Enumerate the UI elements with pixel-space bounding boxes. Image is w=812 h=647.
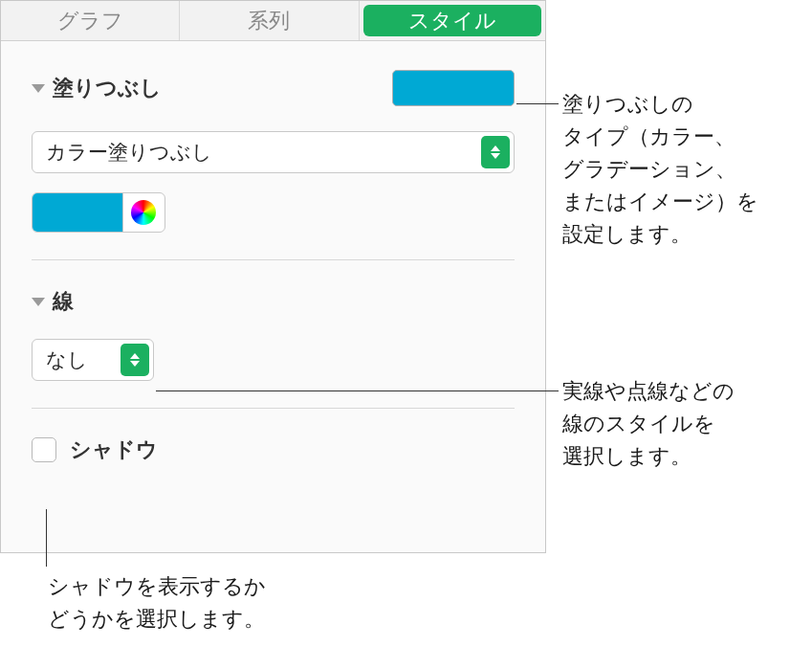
shadow-checkbox[interactable] <box>32 437 56 462</box>
callout-line <box>46 509 47 567</box>
fill-section-header: 塗りつぶし <box>32 70 515 106</box>
chevron-up-icon <box>491 145 500 151</box>
panel-body: 塗りつぶし カラー塗りつぶし <box>1 41 545 483</box>
section-divider <box>32 408 515 409</box>
stroke-style-select-wrapper: なし <box>32 339 154 381</box>
shadow-row: シャドウ <box>32 435 515 464</box>
fill-type-select[interactable]: カラー塗りつぶし <box>32 131 515 173</box>
fill-color-controls <box>32 192 165 233</box>
chevron-down-icon <box>130 361 140 367</box>
callout-fill: 塗りつぶしの タイプ（カラー、 グラデーション、 またはイメージ）を 設定します… <box>562 88 758 251</box>
fill-title: 塗りつぶし <box>53 74 162 102</box>
style-inspector-panel: グラフ 系列 スタイル 塗りつぶし カラー塗りつぶし <box>0 0 546 553</box>
fill-color-well[interactable] <box>33 193 122 232</box>
popup-button-icon[interactable] <box>481 136 510 168</box>
stroke-title: 線 <box>53 287 74 316</box>
popup-button-icon[interactable] <box>121 344 149 376</box>
tab-series[interactable]: 系列 <box>180 1 359 40</box>
tab-bar: グラフ 系列 スタイル <box>1 1 545 41</box>
fill-title-group: 塗りつぶし <box>32 74 162 102</box>
callout-stroke: 実線や点線などの 線のスタイルを 選択します。 <box>562 375 735 473</box>
chevron-down-icon <box>491 153 500 159</box>
tab-style[interactable]: スタイル <box>363 5 541 36</box>
fill-color-swatch[interactable] <box>392 70 515 106</box>
chevron-up-icon <box>130 353 140 359</box>
disclosure-triangle-icon[interactable] <box>32 84 45 93</box>
stroke-title-group: 線 <box>32 287 74 316</box>
section-divider <box>32 259 515 260</box>
callout-line <box>156 390 559 391</box>
stroke-section-header: 線 <box>32 287 515 316</box>
shadow-label: シャドウ <box>70 435 158 464</box>
fill-section: 塗りつぶし カラー塗りつぶし <box>32 70 515 233</box>
callout-shadow: シャドウを表示するか どうかを選択します。 <box>48 570 266 636</box>
callout-line <box>516 103 559 104</box>
stroke-section: 線 なし <box>32 287 515 381</box>
disclosure-triangle-icon[interactable] <box>32 298 45 306</box>
tab-graph[interactable]: グラフ <box>1 1 180 40</box>
color-picker-button[interactable] <box>122 193 165 232</box>
fill-type-select-wrapper: カラー塗りつぶし <box>32 131 515 173</box>
color-wheel-icon <box>131 200 156 225</box>
